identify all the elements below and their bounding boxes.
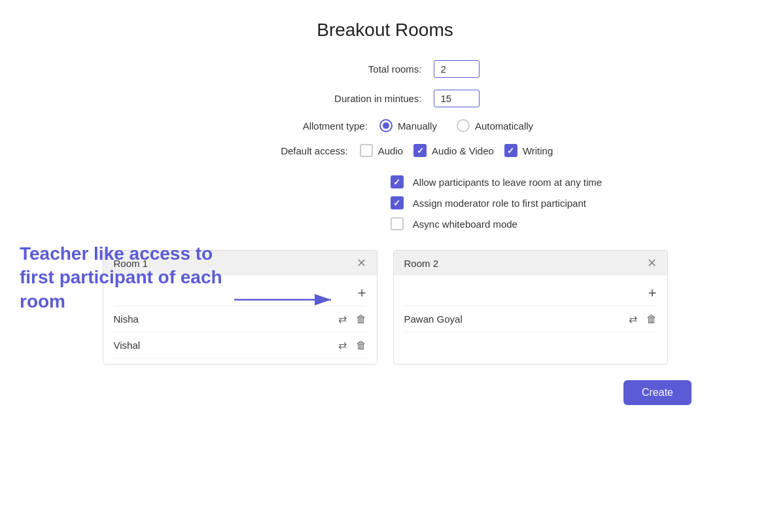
room-2-header: Room 2 ✕ [394,251,667,275]
option-moderator-role-checkbox [391,196,404,209]
total-rooms-label: Total rooms: [291,63,422,75]
duration-label: Duration in mintues: [291,93,422,104]
participant-nisha-swap-icon[interactable]: ⇄ [338,313,347,325]
radio-automatically[interactable]: Automatically [457,119,533,132]
option-rows: Allow participants to leave room at any … [391,175,602,230]
option-async-whiteboard[interactable]: Async whiteboard mode [391,217,602,230]
checkbox-writing[interactable]: Writing [504,144,553,157]
participant-pawan-goyal-name: Pawan Goyal [404,313,463,325]
room-card-2: Room 2 ✕ + Pawan Goyal ⇄ 🗑 [393,250,668,364]
room-1-close-button[interactable]: ✕ [357,257,366,269]
participant-pawan-goyal-delete-icon[interactable]: 🗑 [646,313,657,325]
participant-vishal: Vishal ⇄ 🗑 [114,332,366,359]
participant-vishal-actions: ⇄ 🗑 [338,339,366,351]
form-section: Total rooms: Duration in mintues: Allotm… [39,60,731,364]
default-access-row: Default access: Audio Audio & Video Writ… [39,144,731,157]
create-button-row: Create [39,380,731,405]
checkbox-audio-video-box [413,144,427,157]
default-access-label: Default access: [217,145,348,156]
radio-manually[interactable]: Manually [379,119,437,132]
create-button[interactable]: Create [623,380,691,405]
radio-automatically-label: Automatically [475,120,533,132]
option-moderator-role[interactable]: Assign moderator role to first participa… [391,196,602,209]
participant-vishal-name: Vishal [114,340,141,351]
annotation-text: Teacher like access to first participant… [20,242,242,313]
checkbox-writing-label: Writing [523,145,553,156]
room-1-add-button[interactable]: + [358,286,366,300]
option-moderator-role-label: Assign moderator role to first participa… [413,198,586,209]
total-rooms-input[interactable] [434,60,480,78]
radio-manually-label: Manually [398,120,437,132]
room-2-close-button[interactable]: ✕ [647,257,657,269]
option-leave-room[interactable]: Allow participants to leave room at any … [391,175,602,188]
room-2-add-button[interactable]: + [648,286,657,300]
allotment-type-row: Allotment type: Manually Automatically [39,119,731,132]
participant-vishal-swap-icon[interactable]: ⇄ [338,339,347,351]
radio-automatically-circle [457,119,470,132]
page-title: Breakout Rooms [39,20,731,41]
allotment-type-label: Allotment type: [237,120,368,132]
radio-manually-circle [379,119,393,132]
option-async-whiteboard-checkbox [391,217,404,230]
duration-row: Duration in mintues: [39,90,731,107]
participant-nisha-delete-icon[interactable]: 🗑 [356,313,366,325]
checkbox-writing-box [504,144,517,157]
room-2-add-row: + [404,281,657,306]
total-rooms-row: Total rooms: [39,60,731,78]
room-2-body: + Pawan Goyal ⇄ 🗑 [394,275,667,338]
participant-nisha-actions: ⇄ 🗑 [338,313,366,325]
duration-input[interactable] [434,90,480,107]
checkbox-audio[interactable]: Audio [360,144,403,157]
option-leave-room-checkbox [391,175,404,188]
checkbox-audio-label: Audio [378,145,403,156]
checkbox-audio-box [360,144,373,157]
participant-vishal-delete-icon[interactable]: 🗑 [356,340,366,351]
checkbox-audio-video-label: Audio & Video [432,145,494,156]
participant-pawan-goyal: Pawan Goyal ⇄ 🗑 [404,306,657,332]
option-async-whiteboard-label: Async whiteboard mode [413,219,517,230]
access-checkbox-group: Audio Audio & Video Writing [360,144,553,157]
participant-nisha-name: Nisha [114,313,139,325]
participant-pawan-goyal-actions: ⇄ 🗑 [629,313,657,325]
annotation-arrow [234,287,339,313]
option-leave-room-label: Allow participants to leave room at any … [413,177,602,188]
allotment-radio-group: Manually Automatically [379,119,533,132]
checkbox-audio-video[interactable]: Audio & Video [413,144,494,157]
participant-pawan-goyal-swap-icon[interactable]: ⇄ [629,313,637,325]
room-2-title: Room 2 [404,258,439,269]
